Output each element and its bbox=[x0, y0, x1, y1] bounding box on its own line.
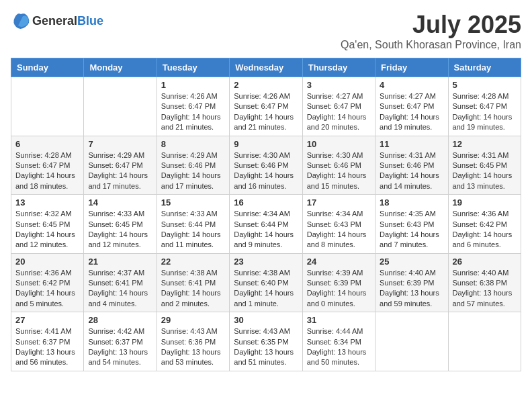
calendar-cell: 5Sunrise: 4:28 AM Sunset: 6:47 PM Daylig… bbox=[448, 77, 521, 136]
day-of-week-header: Wednesday bbox=[230, 58, 302, 77]
calendar-cell: 21Sunrise: 4:37 AM Sunset: 6:41 PM Dayli… bbox=[84, 253, 157, 312]
day-info: Sunrise: 4:38 AM Sunset: 6:40 PM Dayligh… bbox=[234, 268, 298, 310]
calendar-cell: 4Sunrise: 4:27 AM Sunset: 6:47 PM Daylig… bbox=[375, 77, 448, 136]
day-of-week-header: Thursday bbox=[302, 58, 375, 77]
day-number: 28 bbox=[88, 315, 152, 325]
day-number: 29 bbox=[161, 315, 225, 325]
month-year: July 2025 bbox=[341, 11, 521, 39]
day-info: Sunrise: 4:43 AM Sunset: 6:36 PM Dayligh… bbox=[161, 326, 225, 368]
calendar-cell: 2Sunrise: 4:26 AM Sunset: 6:47 PM Daylig… bbox=[230, 77, 302, 136]
calendar-cell: 30Sunrise: 4:43 AM Sunset: 6:35 PM Dayli… bbox=[230, 312, 302, 371]
calendar-week-row: 6Sunrise: 4:28 AM Sunset: 6:47 PM Daylig… bbox=[11, 136, 521, 195]
day-number: 11 bbox=[380, 139, 443, 149]
calendar-cell: 27Sunrise: 4:41 AM Sunset: 6:37 PM Dayli… bbox=[11, 312, 84, 371]
day-info: Sunrise: 4:27 AM Sunset: 6:47 PM Dayligh… bbox=[380, 91, 443, 133]
day-number: 2 bbox=[234, 80, 298, 90]
calendar-cell bbox=[84, 77, 157, 136]
day-number: 10 bbox=[307, 139, 371, 149]
calendar-week-row: 13Sunrise: 4:32 AM Sunset: 6:45 PM Dayli… bbox=[11, 195, 521, 254]
day-number: 7 bbox=[88, 139, 152, 149]
day-number: 8 bbox=[161, 139, 225, 149]
day-info: Sunrise: 4:29 AM Sunset: 6:46 PM Dayligh… bbox=[161, 150, 225, 192]
calendar-cell: 28Sunrise: 4:42 AM Sunset: 6:37 PM Dayli… bbox=[84, 312, 157, 371]
calendar-cell bbox=[375, 312, 448, 371]
day-info: Sunrise: 4:40 AM Sunset: 6:38 PM Dayligh… bbox=[453, 268, 517, 310]
calendar-cell: 20Sunrise: 4:36 AM Sunset: 6:42 PM Dayli… bbox=[11, 253, 84, 312]
calendar-cell: 10Sunrise: 4:30 AM Sunset: 6:46 PM Dayli… bbox=[302, 136, 375, 195]
day-number: 12 bbox=[453, 139, 517, 149]
day-info: Sunrise: 4:40 AM Sunset: 6:39 PM Dayligh… bbox=[380, 268, 443, 310]
day-info: Sunrise: 4:34 AM Sunset: 6:44 PM Dayligh… bbox=[234, 209, 298, 250]
day-number: 25 bbox=[380, 257, 443, 267]
day-of-week-header: Monday bbox=[84, 58, 157, 77]
day-info: Sunrise: 4:26 AM Sunset: 6:47 PM Dayligh… bbox=[161, 91, 225, 133]
calendar-cell: 17Sunrise: 4:34 AM Sunset: 6:43 PM Dayli… bbox=[302, 195, 375, 254]
day-number: 16 bbox=[234, 197, 298, 208]
day-info: Sunrise: 4:38 AM Sunset: 6:41 PM Dayligh… bbox=[161, 268, 225, 310]
day-number: 21 bbox=[88, 257, 152, 267]
day-info: Sunrise: 4:31 AM Sunset: 6:45 PM Dayligh… bbox=[453, 150, 517, 192]
day-info: Sunrise: 4:32 AM Sunset: 6:45 PM Dayligh… bbox=[15, 209, 79, 250]
calendar-cell: 3Sunrise: 4:27 AM Sunset: 6:47 PM Daylig… bbox=[302, 77, 375, 136]
day-number: 3 bbox=[307, 80, 371, 90]
day-number: 17 bbox=[307, 197, 371, 208]
calendar-cell: 7Sunrise: 4:29 AM Sunset: 6:47 PM Daylig… bbox=[84, 136, 157, 195]
day-number: 15 bbox=[161, 197, 225, 208]
calendar-cell: 13Sunrise: 4:32 AM Sunset: 6:45 PM Dayli… bbox=[11, 195, 84, 254]
day-info: Sunrise: 4:30 AM Sunset: 6:46 PM Dayligh… bbox=[234, 150, 298, 192]
calendar-cell: 9Sunrise: 4:30 AM Sunset: 6:46 PM Daylig… bbox=[230, 136, 302, 195]
day-number: 20 bbox=[15, 257, 79, 267]
day-info: Sunrise: 4:35 AM Sunset: 6:43 PM Dayligh… bbox=[380, 209, 443, 250]
day-info: Sunrise: 4:28 AM Sunset: 6:47 PM Dayligh… bbox=[453, 91, 517, 133]
calendar-week-row: 1Sunrise: 4:26 AM Sunset: 6:47 PM Daylig… bbox=[11, 77, 521, 136]
day-info: Sunrise: 4:33 AM Sunset: 6:44 PM Dayligh… bbox=[161, 209, 225, 250]
calendar-cell: 31Sunrise: 4:44 AM Sunset: 6:34 PM Dayli… bbox=[302, 312, 375, 371]
day-info: Sunrise: 4:41 AM Sunset: 6:37 PM Dayligh… bbox=[15, 326, 79, 368]
logo-icon bbox=[11, 11, 31, 31]
logo: GeneralBlue bbox=[11, 11, 103, 31]
day-of-week-header: Friday bbox=[375, 58, 448, 77]
day-number: 9 bbox=[234, 139, 298, 149]
calendar-cell: 11Sunrise: 4:31 AM Sunset: 6:46 PM Dayli… bbox=[375, 136, 448, 195]
calendar-cell: 19Sunrise: 4:36 AM Sunset: 6:42 PM Dayli… bbox=[448, 195, 521, 254]
day-info: Sunrise: 4:44 AM Sunset: 6:34 PM Dayligh… bbox=[307, 326, 371, 368]
day-info: Sunrise: 4:33 AM Sunset: 6:45 PM Dayligh… bbox=[88, 209, 152, 250]
day-number: 18 bbox=[380, 197, 443, 208]
title-section: July 2025 Qa'en, South Khorasan Province… bbox=[341, 11, 521, 51]
day-number: 23 bbox=[234, 257, 298, 267]
day-number: 4 bbox=[380, 80, 443, 90]
day-number: 31 bbox=[307, 315, 371, 325]
day-of-week-header: Saturday bbox=[448, 58, 521, 77]
day-number: 1 bbox=[161, 80, 225, 90]
day-number: 27 bbox=[15, 315, 79, 325]
day-number: 14 bbox=[88, 197, 152, 208]
day-info: Sunrise: 4:26 AM Sunset: 6:47 PM Dayligh… bbox=[234, 91, 298, 133]
calendar-cell bbox=[11, 77, 84, 136]
day-info: Sunrise: 4:31 AM Sunset: 6:46 PM Dayligh… bbox=[380, 150, 443, 192]
day-info: Sunrise: 4:36 AM Sunset: 6:42 PM Dayligh… bbox=[15, 268, 79, 310]
day-info: Sunrise: 4:30 AM Sunset: 6:46 PM Dayligh… bbox=[307, 150, 371, 192]
day-number: 22 bbox=[161, 257, 225, 267]
day-number: 6 bbox=[15, 139, 79, 149]
calendar-cell: 18Sunrise: 4:35 AM Sunset: 6:43 PM Dayli… bbox=[375, 195, 448, 254]
day-info: Sunrise: 4:34 AM Sunset: 6:43 PM Dayligh… bbox=[307, 209, 371, 250]
calendar-cell: 16Sunrise: 4:34 AM Sunset: 6:44 PM Dayli… bbox=[230, 195, 302, 254]
day-number: 5 bbox=[453, 80, 517, 90]
location: Qa'en, South Khorasan Province, Iran bbox=[341, 39, 521, 51]
day-info: Sunrise: 4:39 AM Sunset: 6:39 PM Dayligh… bbox=[307, 268, 371, 310]
calendar-cell: 1Sunrise: 4:26 AM Sunset: 6:47 PM Daylig… bbox=[157, 77, 229, 136]
calendar-cell: 15Sunrise: 4:33 AM Sunset: 6:44 PM Dayli… bbox=[157, 195, 229, 254]
calendar-table: SundayMondayTuesdayWednesdayThursdayFrid… bbox=[11, 58, 521, 371]
calendar-cell: 29Sunrise: 4:43 AM Sunset: 6:36 PM Dayli… bbox=[157, 312, 229, 371]
calendar-cell: 8Sunrise: 4:29 AM Sunset: 6:46 PM Daylig… bbox=[157, 136, 229, 195]
calendar-week-row: 20Sunrise: 4:36 AM Sunset: 6:42 PM Dayli… bbox=[11, 253, 521, 312]
day-number: 24 bbox=[307, 257, 371, 267]
calendar-cell: 6Sunrise: 4:28 AM Sunset: 6:47 PM Daylig… bbox=[11, 136, 84, 195]
day-number: 30 bbox=[234, 315, 298, 325]
calendar-cell: 26Sunrise: 4:40 AM Sunset: 6:38 PM Dayli… bbox=[448, 253, 521, 312]
calendar-cell: 23Sunrise: 4:38 AM Sunset: 6:40 PM Dayli… bbox=[230, 253, 302, 312]
day-info: Sunrise: 4:37 AM Sunset: 6:41 PM Dayligh… bbox=[88, 268, 152, 310]
calendar-cell bbox=[448, 312, 521, 371]
calendar-cell: 22Sunrise: 4:38 AM Sunset: 6:41 PM Dayli… bbox=[157, 253, 229, 312]
calendar-header-row: SundayMondayTuesdayWednesdayThursdayFrid… bbox=[11, 58, 521, 77]
